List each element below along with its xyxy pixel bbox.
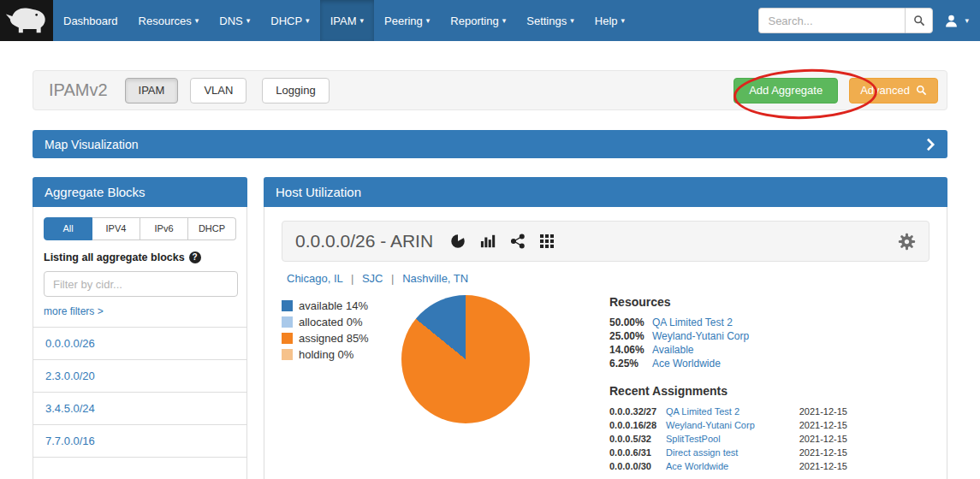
bar-chart-icon[interactable] bbox=[480, 234, 496, 249]
nav-label: Help bbox=[595, 15, 618, 27]
assignment-row: 0.0.0.16/28 Weyland-Yutani Corp 2021-12-… bbox=[609, 418, 847, 432]
logo-rhino[interactable] bbox=[0, 0, 53, 41]
block-header: 0.0.0.0/26 - ARIN bbox=[282, 221, 930, 262]
panel-title: Aggregate Blocks bbox=[45, 185, 146, 199]
aggregate-block-list: 0.0.0.0/26 2.3.0.0/20 3.4.5.0/24 7.7.0.0… bbox=[33, 327, 246, 479]
assignment-row: 0.0.0.6/31 Direct assign test 2021-12-15 bbox=[609, 446, 847, 459]
view-ipam-button[interactable]: IPAM bbox=[125, 78, 179, 103]
map-visualization-bar[interactable]: Map Visualization bbox=[33, 130, 947, 158]
aggregate-block-item[interactable]: 7.7.0.0/16 bbox=[33, 425, 246, 458]
share-icon[interactable] bbox=[510, 234, 526, 249]
legend-swatch bbox=[282, 349, 293, 360]
legend-label: assigned 85% bbox=[299, 332, 369, 345]
resource-row: 25.00% Weyland-Yutani Corp bbox=[609, 329, 847, 343]
nav-label: IPAM bbox=[330, 15, 357, 27]
nav-resources[interactable]: Resources▾ bbox=[128, 0, 210, 41]
nav-settings[interactable]: Settings▾ bbox=[516, 0, 585, 41]
legend-label: allocated 0% bbox=[299, 316, 362, 328]
assignment-link[interactable]: SplitTestPool bbox=[666, 432, 799, 446]
assignment-link[interactable]: QA Limited Test 2 bbox=[666, 405, 799, 418]
tab-dhcp[interactable]: DHCP bbox=[188, 217, 236, 240]
view-icon-group bbox=[450, 234, 554, 249]
nav-help[interactable]: Help▾ bbox=[585, 0, 635, 41]
search-button[interactable] bbox=[905, 8, 933, 33]
rhino-icon bbox=[4, 3, 49, 38]
nav-peering[interactable]: Peering▾ bbox=[374, 0, 440, 41]
tab-ipv4[interactable]: IPV4 bbox=[92, 217, 140, 240]
legend-label: available 14% bbox=[299, 299, 368, 312]
aggregate-block-item[interactable]: 3.4.5.0/24 bbox=[33, 393, 246, 425]
tab-ipv6[interactable]: IPv6 bbox=[140, 217, 188, 240]
search-icon bbox=[913, 15, 925, 27]
advanced-label: Advanced bbox=[860, 84, 910, 97]
breadcrumb-link[interactable]: Nashville, TN bbox=[402, 272, 468, 285]
resource-row: 14.06% Available bbox=[609, 343, 847, 357]
caret-down-icon: ▾ bbox=[359, 16, 364, 25]
user-menu[interactable]: ▾ bbox=[944, 14, 969, 28]
assignment-link[interactable]: Weyland-Yutani Corp bbox=[666, 418, 799, 432]
utilization-pie-chart[interactable] bbox=[401, 295, 530, 423]
search-icon bbox=[916, 85, 927, 96]
aggregate-block-item[interactable]: 0.0.0.0/26 bbox=[33, 328, 246, 360]
breadcrumb-link[interactable]: SJC bbox=[362, 272, 383, 285]
legend-item: assigned 85% bbox=[282, 332, 401, 345]
aggregate-block-item[interactable] bbox=[33, 458, 246, 479]
tab-all[interactable]: All bbox=[44, 217, 92, 240]
page: Dashboard Resources▾ DNS▾ DHCP▾ IPAM▾ Pe… bbox=[0, 0, 980, 479]
gear-icon[interactable] bbox=[898, 233, 916, 251]
help-icon[interactable]: ? bbox=[189, 251, 201, 263]
search-input[interactable] bbox=[758, 8, 905, 33]
grid-icon[interactable] bbox=[540, 234, 554, 248]
legend-item: allocated 0% bbox=[282, 316, 401, 328]
assignment-cidr: 0.0.0.16/28 bbox=[609, 418, 666, 432]
nav-label: Reporting bbox=[450, 15, 498, 27]
view-vlan-button[interactable]: VLAN bbox=[190, 78, 246, 103]
resource-link[interactable]: QA Limited Test 2 bbox=[652, 316, 733, 329]
assignment-link[interactable]: Ace Worldwide bbox=[666, 459, 799, 473]
resource-percent: 6.25% bbox=[609, 357, 652, 370]
aggregate-block-item[interactable]: 2.3.0.0/20 bbox=[33, 360, 246, 393]
breadcrumb: Chicago, IL | SJC | Nashville, TN bbox=[287, 272, 930, 285]
add-aggregate-button[interactable]: Add Aggregate bbox=[734, 78, 838, 103]
view-logging-button[interactable]: Logging bbox=[262, 78, 329, 103]
caret-down-icon: ▾ bbox=[502, 16, 507, 25]
legend-item: available 14% bbox=[282, 299, 401, 312]
host-utilization-body: 0.0.0.0/26 - ARIN bbox=[264, 207, 947, 479]
caret-down-icon: ▾ bbox=[306, 16, 310, 25]
resource-link[interactable]: Ace Worldwide bbox=[652, 357, 721, 370]
breadcrumb-link[interactable]: Chicago, IL bbox=[287, 272, 342, 285]
assignment-cidr: 0.0.0.32/27 bbox=[609, 405, 666, 418]
assignment-link[interactable]: Direct assign test bbox=[666, 446, 799, 459]
nav-label: Resources bbox=[139, 15, 192, 27]
chevron-right-icon bbox=[926, 138, 935, 151]
resource-link[interactable]: Available bbox=[652, 343, 693, 357]
chart-legend: available 14% allocated 0% assigned 85% … bbox=[282, 295, 401, 473]
resource-link[interactable]: Weyland-Yutani Corp bbox=[652, 329, 749, 343]
separator: | bbox=[391, 272, 394, 285]
pie-chart-icon[interactable] bbox=[450, 234, 466, 249]
more-filters-link[interactable]: more filters > bbox=[44, 305, 104, 317]
cidr-filter-input[interactable] bbox=[44, 271, 238, 297]
filter-tabs: All IPV4 IPv6 DHCP bbox=[44, 217, 236, 240]
legend-swatch bbox=[282, 333, 293, 344]
separator: | bbox=[351, 272, 353, 285]
nav-dashboard[interactable]: Dashboard bbox=[53, 0, 128, 41]
user-icon bbox=[944, 14, 959, 28]
aggregate-blocks-header: Aggregate Blocks bbox=[33, 177, 247, 207]
host-utilization-header: Host Utilization bbox=[264, 177, 947, 207]
resource-row: 50.00% QA Limited Test 2 bbox=[609, 316, 847, 329]
nav-ipam[interactable]: IPAM▾ bbox=[320, 0, 374, 41]
listing-label-row: Listing all aggregate blocks ? bbox=[44, 251, 236, 263]
panel-title: Host Utilization bbox=[276, 185, 361, 199]
recent-assignments-heading: Recent Assignments bbox=[609, 384, 847, 398]
assignment-date: 2021-12-15 bbox=[799, 418, 847, 432]
caret-down-icon: ▾ bbox=[195, 16, 199, 25]
nav-dhcp[interactable]: DHCP▾ bbox=[260, 0, 319, 41]
toolbar: IPAMv2 IPAM VLAN Logging Add Aggregate A… bbox=[33, 70, 947, 110]
assignment-row: 0.0.0.32/27 QA Limited Test 2 2021-12-15 bbox=[609, 405, 847, 418]
nav-dns[interactable]: DNS▾ bbox=[209, 0, 260, 41]
nav-items: Dashboard Resources▾ DNS▾ DHCP▾ IPAM▾ Pe… bbox=[53, 0, 635, 41]
nav-reporting[interactable]: Reporting▾ bbox=[440, 0, 516, 41]
nav-label: Settings bbox=[526, 15, 567, 27]
advanced-button[interactable]: Advanced bbox=[849, 78, 938, 103]
